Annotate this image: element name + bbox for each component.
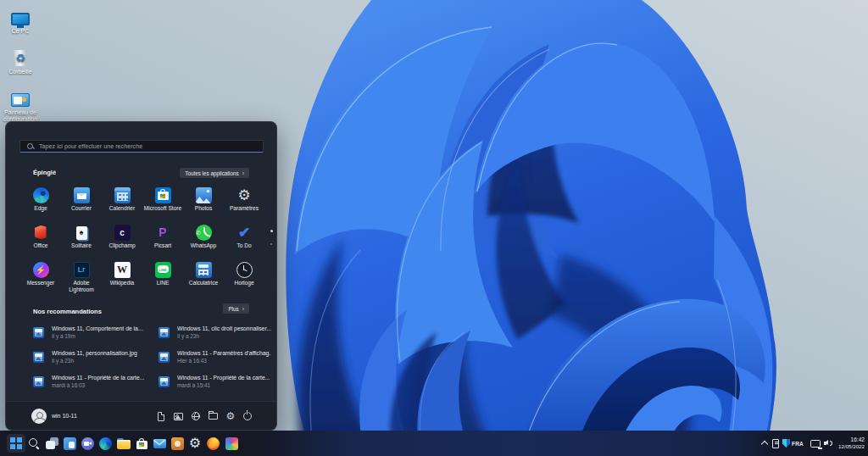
- task-view-button[interactable]: [42, 434, 61, 453]
- photos-icon: [196, 187, 212, 203]
- app-picsart[interactable]: PPicsart: [142, 220, 183, 257]
- document-icon: [158, 412, 164, 421]
- taskbar-explorer[interactable]: [114, 434, 133, 453]
- app-parametres[interactable]: ⚙Paramètres: [224, 182, 264, 220]
- app-messenger[interactable]: ⚡Messenger: [20, 257, 61, 294]
- user-name: win 10-11: [52, 409, 77, 424]
- app-clipchamp[interactable]: cClipchamp: [102, 220, 142, 257]
- pinned-scroll-dots[interactable]: [270, 230, 273, 256]
- clock-icon: [236, 262, 253, 278]
- app-adobe-lightroom[interactable]: LrAdobe Lightroom: [61, 257, 102, 294]
- recommended-item[interactable]: Windows 11 - Propriété de la carte...mar…: [146, 370, 271, 394]
- app-office[interactable]: Office: [20, 220, 61, 257]
- tray-security[interactable]: [782, 431, 790, 456]
- store-icon: [155, 187, 171, 203]
- pictures-shortcut[interactable]: [170, 409, 186, 424]
- tray-date: 12/05/2022: [838, 443, 865, 451]
- this-pc-icon: [0, 7, 41, 25]
- calendar-icon: [114, 187, 131, 203]
- desktop: Ce PC ♻ Corbeille Panneau de configurati…: [0, 0, 868, 456]
- desktop-icon-this-pc[interactable]: Ce PC: [0, 7, 41, 35]
- tray-time: 16:42: [850, 437, 865, 444]
- line-icon: [155, 262, 171, 278]
- chevron-right-icon: ›: [242, 170, 244, 176]
- taskbar-store[interactable]: [132, 434, 151, 453]
- clipchamp-icon: c: [114, 225, 131, 241]
- chat-button[interactable]: [78, 434, 97, 453]
- tray-language[interactable]: FRA: [792, 431, 804, 456]
- image-file-icon: [33, 352, 44, 363]
- pen-tablet-icon: [772, 439, 779, 448]
- widgets-button[interactable]: [60, 434, 79, 453]
- settings-gear-icon: ⚙: [236, 187, 253, 203]
- app-line[interactable]: LINE: [142, 257, 183, 294]
- recommended-item[interactable]: Windows 11 - Paramètres d'affichag...Hie…: [146, 345, 271, 370]
- app-edge[interactable]: Edge: [20, 182, 61, 220]
- store-icon: [136, 437, 147, 449]
- control-panel-icon: [0, 88, 41, 107]
- chevron-up-icon: [761, 440, 768, 447]
- image-file-icon: [159, 376, 170, 387]
- taskbar-firefox[interactable]: [203, 434, 222, 453]
- folder-icon: [209, 413, 218, 420]
- app-horloge[interactable]: Horloge: [224, 257, 264, 294]
- user-avatar[interactable]: [31, 409, 47, 424]
- tray-volume[interactable]: [824, 431, 832, 456]
- network-shortcut[interactable]: [188, 409, 203, 424]
- recommended-item[interactable]: Windows 11, clic droit pesonnaliser....I…: [146, 320, 271, 345]
- tray-network[interactable]: [810, 431, 821, 456]
- taskbar-media-app[interactable]: [168, 434, 186, 453]
- app-whatsapp[interactable]: ✆WhatsApp: [183, 220, 224, 257]
- start-menu-user-bar: win 10-11 ⚙: [6, 401, 276, 430]
- app-calculatrice[interactable]: Calculatrice: [183, 257, 224, 294]
- lightroom-icon: Lr: [74, 262, 90, 278]
- file-explorer-icon: [117, 438, 131, 449]
- more-button[interactable]: Plus ›: [223, 303, 249, 314]
- search-icon: [27, 143, 34, 150]
- recommended-item[interactable]: Windows 11 - Propriété de la carte...mar…: [20, 370, 146, 394]
- taskbar-photos-app[interactable]: [222, 434, 241, 453]
- search-input[interactable]: Tapez ici pour effectuer une recherche: [19, 140, 264, 153]
- calculator-icon: [196, 262, 212, 278]
- tray-clock[interactable]: 16:42 12/05/2022: [838, 431, 865, 456]
- gear-icon: ⚙: [226, 411, 236, 421]
- start-button[interactable]: [7, 434, 25, 453]
- desktop-icon-recycle-bin[interactable]: ♻ Corbeille: [0, 47, 41, 75]
- app-photos[interactable]: Photos: [183, 182, 224, 220]
- app-todo[interactable]: ✔To Do: [224, 220, 264, 257]
- app-calendrier[interactable]: Calendrier: [102, 182, 142, 220]
- documents-shortcut[interactable]: [153, 409, 169, 424]
- explorer-shortcut[interactable]: [205, 409, 220, 424]
- recommended-header: Nos recommandations: [33, 308, 102, 315]
- settings-shortcut[interactable]: ⚙: [223, 409, 238, 424]
- taskbar-mail[interactable]: [150, 434, 169, 453]
- recommended-item[interactable]: Windows 11, personnalisation.jpgIl y a 2…: [20, 345, 146, 370]
- mail-icon: [74, 187, 90, 203]
- app-courrier[interactable]: Courrier: [61, 182, 102, 220]
- app-microsoft-store[interactable]: Microsoft Store: [142, 182, 183, 220]
- tray-hidden-icons[interactable]: [761, 431, 768, 456]
- all-apps-button[interactable]: Toutes les applications ›: [180, 168, 249, 178]
- volume-icon: [824, 440, 832, 448]
- desktop-icon-label: Ce PC: [0, 28, 41, 35]
- todo-check-icon: ✔: [236, 225, 253, 241]
- widgets-icon: [64, 437, 76, 450]
- image-file-icon: [159, 352, 170, 363]
- desktop-icon-control-panel[interactable]: Panneau de configuration: [0, 88, 41, 123]
- edge-icon: [33, 187, 49, 203]
- app-wikipedia[interactable]: WWikipedia: [102, 257, 142, 294]
- start-menu: Tapez ici pour effectuer une recherche É…: [5, 121, 277, 431]
- chevron-right-icon: ›: [242, 306, 244, 312]
- taskbar-search[interactable]: [25, 434, 43, 453]
- taskbar-edge[interactable]: [96, 434, 114, 453]
- app-solitaire[interactable]: ♠Solitaire: [61, 220, 102, 257]
- picsart-icon: P: [155, 225, 171, 241]
- recommended-item[interactable]: Windows 11, Comportement de la...Il y a …: [20, 320, 146, 345]
- image-file-icon: [159, 327, 170, 338]
- pinned-apps-grid: Edge Courrier Calendrier Microsoft Store…: [20, 182, 264, 294]
- tray-pen[interactable]: [772, 431, 779, 456]
- desktop-icon-label: Corbeille: [0, 69, 41, 75]
- power-button[interactable]: [240, 409, 255, 424]
- image-file-icon: [33, 376, 44, 387]
- taskbar-settings[interactable]: ⚙: [186, 434, 204, 453]
